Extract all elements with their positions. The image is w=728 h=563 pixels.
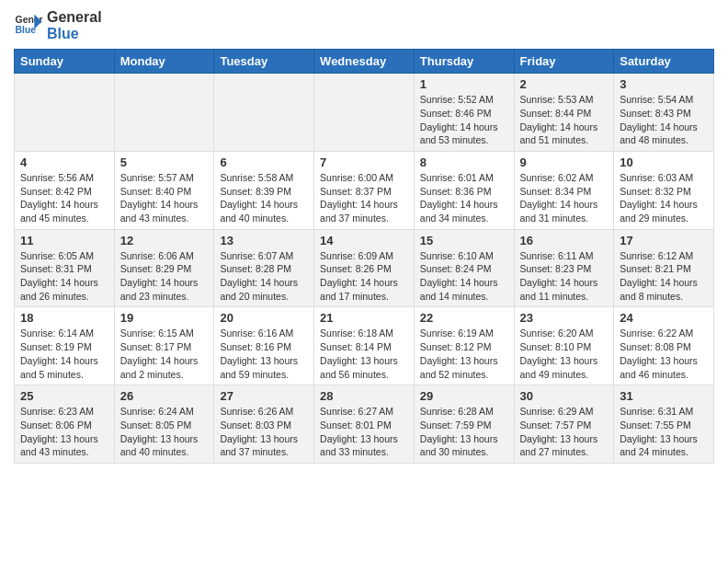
day-number: 8 xyxy=(420,155,508,169)
day-info: Sunrise: 6:27 AMSunset: 8:01 PMDaylight:… xyxy=(320,405,408,459)
day-info: Sunrise: 5:54 AMSunset: 8:43 PMDaylight:… xyxy=(620,93,708,147)
day-number: 17 xyxy=(620,234,708,247)
day-number: 4 xyxy=(20,155,108,169)
day-number: 31 xyxy=(620,389,708,403)
day-info: Sunrise: 5:52 AMSunset: 8:46 PMDaylight:… xyxy=(420,93,508,147)
day-number: 9 xyxy=(520,155,609,169)
day-number: 2 xyxy=(520,77,609,91)
calendar-cell: 2Sunrise: 5:53 AMSunset: 8:44 PMDaylight… xyxy=(514,74,614,152)
day-number: 27 xyxy=(220,389,308,403)
day-number: 16 xyxy=(520,234,609,247)
header-cell-monday: Monday xyxy=(114,50,214,74)
header-cell-sunday: Sunday xyxy=(15,50,115,74)
day-number: 20 xyxy=(220,311,308,325)
day-info: Sunrise: 5:58 AMSunset: 8:39 PMDaylight:… xyxy=(220,171,308,225)
calendar-cell xyxy=(114,74,214,152)
day-info: Sunrise: 6:22 AMSunset: 8:08 PMDaylight:… xyxy=(620,327,708,381)
header: General Blue General Blue xyxy=(14,9,714,41)
calendar-cell: 31Sunrise: 6:31 AMSunset: 7:55 PMDayligh… xyxy=(614,385,714,464)
day-number: 24 xyxy=(620,311,708,325)
header-cell-wednesday: Wednesday xyxy=(314,50,415,74)
day-number: 7 xyxy=(320,155,408,169)
day-info: Sunrise: 6:07 AMSunset: 8:28 PMDaylight:… xyxy=(220,249,308,304)
calendar-cell: 15Sunrise: 6:10 AMSunset: 8:24 PMDayligh… xyxy=(414,229,514,307)
day-number: 10 xyxy=(620,155,708,169)
day-info: Sunrise: 6:24 AMSunset: 8:05 PMDaylight:… xyxy=(120,405,209,459)
calendar-cell: 1Sunrise: 5:52 AMSunset: 8:46 PMDaylight… xyxy=(414,74,514,152)
calendar-cell: 3Sunrise: 5:54 AMSunset: 8:43 PMDaylight… xyxy=(614,74,714,152)
calendar-body: 1Sunrise: 5:52 AMSunset: 8:46 PMDaylight… xyxy=(15,74,714,464)
header-cell-friday: Friday xyxy=(514,50,614,74)
day-info: Sunrise: 6:01 AMSunset: 8:36 PMDaylight:… xyxy=(420,171,508,225)
day-number: 19 xyxy=(120,311,209,325)
calendar-cell: 22Sunrise: 6:19 AMSunset: 8:12 PMDayligh… xyxy=(414,307,514,385)
calendar-cell: 25Sunrise: 6:23 AMSunset: 8:06 PMDayligh… xyxy=(15,385,115,464)
day-info: Sunrise: 5:56 AMSunset: 8:42 PMDaylight:… xyxy=(20,171,108,225)
day-info: Sunrise: 6:11 AMSunset: 8:23 PMDaylight:… xyxy=(520,249,609,304)
calendar-cell: 14Sunrise: 6:09 AMSunset: 8:26 PMDayligh… xyxy=(314,229,415,307)
day-info: Sunrise: 6:00 AMSunset: 8:37 PMDaylight:… xyxy=(320,171,408,225)
calendar-cell: 20Sunrise: 6:16 AMSunset: 8:16 PMDayligh… xyxy=(214,307,314,385)
calendar-cell: 19Sunrise: 6:15 AMSunset: 8:17 PMDayligh… xyxy=(114,307,214,385)
day-info: Sunrise: 6:28 AMSunset: 7:59 PMDaylight:… xyxy=(420,405,508,459)
calendar-cell: 16Sunrise: 6:11 AMSunset: 8:23 PMDayligh… xyxy=(514,229,614,307)
week-row-5: 25Sunrise: 6:23 AMSunset: 8:06 PMDayligh… xyxy=(15,385,714,464)
day-info: Sunrise: 6:02 AMSunset: 8:34 PMDaylight:… xyxy=(520,171,609,225)
day-number: 6 xyxy=(220,155,308,169)
day-info: Sunrise: 6:12 AMSunset: 8:21 PMDaylight:… xyxy=(620,249,708,304)
day-number: 25 xyxy=(20,389,108,403)
day-number: 30 xyxy=(520,389,609,403)
day-number: 14 xyxy=(320,234,408,247)
day-info: Sunrise: 6:15 AMSunset: 8:17 PMDaylight:… xyxy=(120,327,209,381)
calendar-cell: 8Sunrise: 6:01 AMSunset: 8:36 PMDaylight… xyxy=(414,151,514,229)
svg-text:Blue: Blue xyxy=(16,25,37,35)
day-info: Sunrise: 5:53 AMSunset: 8:44 PMDaylight:… xyxy=(520,93,609,147)
calendar-cell: 12Sunrise: 6:06 AMSunset: 8:29 PMDayligh… xyxy=(114,229,214,307)
calendar-header: SundayMondayTuesdayWednesdayThursdayFrid… xyxy=(15,50,714,74)
calendar-cell: 18Sunrise: 6:14 AMSunset: 8:19 PMDayligh… xyxy=(15,307,115,385)
day-info: Sunrise: 6:18 AMSunset: 8:14 PMDaylight:… xyxy=(320,327,408,381)
day-info: Sunrise: 6:14 AMSunset: 8:19 PMDaylight:… xyxy=(20,327,108,381)
calendar-cell: 6Sunrise: 5:58 AMSunset: 8:39 PMDaylight… xyxy=(214,151,314,229)
week-row-4: 18Sunrise: 6:14 AMSunset: 8:19 PMDayligh… xyxy=(15,307,714,385)
day-info: Sunrise: 6:16 AMSunset: 8:16 PMDaylight:… xyxy=(220,327,308,381)
day-info: Sunrise: 6:26 AMSunset: 8:03 PMDaylight:… xyxy=(220,405,308,459)
day-number: 23 xyxy=(520,311,609,325)
calendar-cell xyxy=(214,74,314,152)
day-number: 28 xyxy=(320,389,408,403)
calendar-cell: 27Sunrise: 6:26 AMSunset: 8:03 PMDayligh… xyxy=(214,385,314,464)
calendar-cell xyxy=(314,74,415,152)
day-info: Sunrise: 6:20 AMSunset: 8:10 PMDaylight:… xyxy=(520,327,609,381)
day-number: 22 xyxy=(420,311,508,325)
day-info: Sunrise: 6:09 AMSunset: 8:26 PMDaylight:… xyxy=(320,249,408,304)
calendar-cell: 4Sunrise: 5:56 AMSunset: 8:42 PMDaylight… xyxy=(15,151,115,229)
logo-icon: General Blue xyxy=(14,13,43,39)
header-row: SundayMondayTuesdayWednesdayThursdayFrid… xyxy=(15,50,714,74)
day-info: Sunrise: 6:19 AMSunset: 8:12 PMDaylight:… xyxy=(420,327,508,381)
calendar-cell: 24Sunrise: 6:22 AMSunset: 8:08 PMDayligh… xyxy=(614,307,714,385)
header-cell-tuesday: Tuesday xyxy=(214,50,314,74)
calendar-cell: 21Sunrise: 6:18 AMSunset: 8:14 PMDayligh… xyxy=(314,307,415,385)
calendar-table: SundayMondayTuesdayWednesdayThursdayFrid… xyxy=(14,49,714,464)
day-number: 1 xyxy=(420,77,508,91)
logo: General Blue General Blue xyxy=(14,9,102,41)
day-number: 21 xyxy=(320,311,408,325)
logo-line1: General xyxy=(47,9,102,26)
header-cell-thursday: Thursday xyxy=(414,50,514,74)
day-info: Sunrise: 6:29 AMSunset: 7:57 PMDaylight:… xyxy=(520,405,609,459)
calendar-cell xyxy=(15,74,115,152)
calendar-cell: 7Sunrise: 6:00 AMSunset: 8:37 PMDaylight… xyxy=(314,151,415,229)
calendar-cell: 29Sunrise: 6:28 AMSunset: 7:59 PMDayligh… xyxy=(414,385,514,464)
day-number: 15 xyxy=(420,234,508,247)
day-number: 11 xyxy=(20,234,108,247)
calendar-cell: 9Sunrise: 6:02 AMSunset: 8:34 PMDaylight… xyxy=(514,151,614,229)
week-row-2: 4Sunrise: 5:56 AMSunset: 8:42 PMDaylight… xyxy=(15,151,714,229)
day-number: 3 xyxy=(620,77,708,91)
calendar-cell: 23Sunrise: 6:20 AMSunset: 8:10 PMDayligh… xyxy=(514,307,614,385)
calendar-cell: 30Sunrise: 6:29 AMSunset: 7:57 PMDayligh… xyxy=(514,385,614,464)
day-info: Sunrise: 6:23 AMSunset: 8:06 PMDaylight:… xyxy=(20,405,108,459)
day-info: Sunrise: 6:03 AMSunset: 8:32 PMDaylight:… xyxy=(620,171,708,225)
day-info: Sunrise: 6:05 AMSunset: 8:31 PMDaylight:… xyxy=(20,249,108,304)
day-number: 18 xyxy=(20,311,108,325)
logo-line2: Blue xyxy=(47,26,102,42)
